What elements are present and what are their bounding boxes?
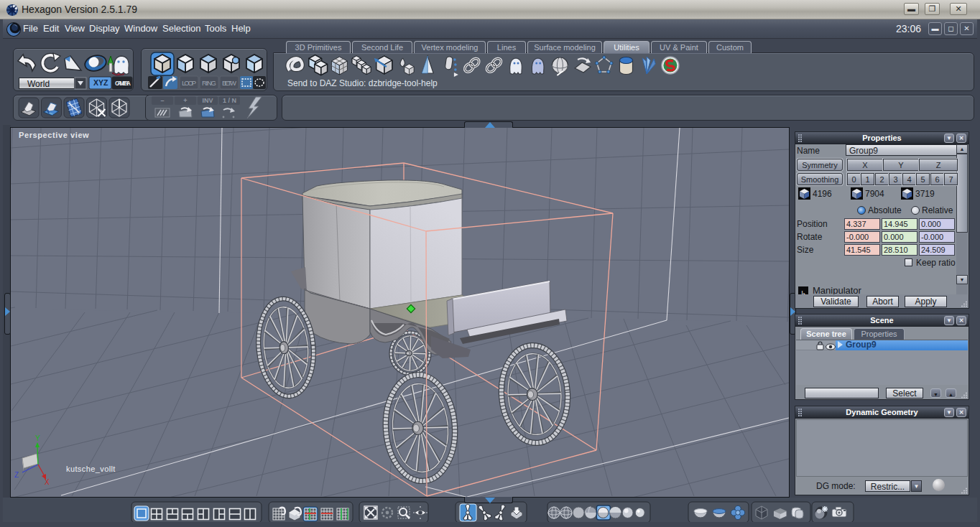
svg-text:Perspective view: Perspective view bbox=[19, 131, 89, 139]
svg-text:Z: Z bbox=[14, 471, 19, 479]
svg-text:kutsche_vollt: kutsche_vollt bbox=[66, 465, 116, 473]
svg-text:X: X bbox=[45, 478, 50, 486]
svg-text:Y: Y bbox=[35, 434, 40, 442]
